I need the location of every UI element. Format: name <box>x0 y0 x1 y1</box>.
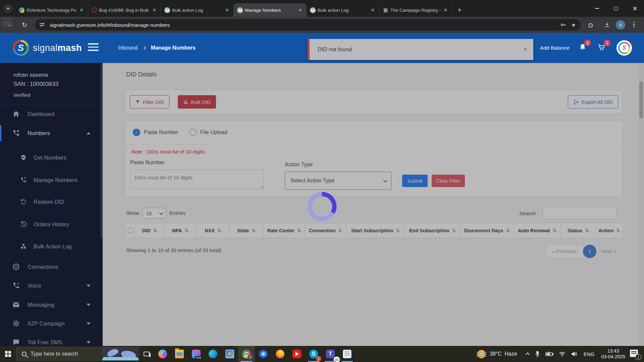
hamburger-menu-icon[interactable] <box>88 43 99 53</box>
task-view-button[interactable] <box>139 346 154 362</box>
extensions-icon[interactable] <box>586 20 596 30</box>
system-tray: 38°C Haze ENG 13:43 03-04-2025 1 <box>477 346 644 362</box>
start-button[interactable] <box>0 346 16 362</box>
browser-profile-avatar[interactable]: V <box>615 20 626 30</box>
taskbar-app-file-explorer[interactable] <box>171 346 188 362</box>
taskbar-app-m365[interactable]: M365 <box>188 346 205 362</box>
user-verified-status: Verified <box>13 93 58 98</box>
sidebar-item-manage-numbers[interactable]: Manage Numbers <box>0 172 103 188</box>
sidebar-item-a2p-campaign[interactable]: A2P Campaign <box>0 315 103 331</box>
gear-icon <box>12 319 20 327</box>
forward-button[interactable]: → <box>2 17 12 27</box>
sidebar-divider <box>0 105 103 105</box>
taskbar-clock[interactable]: 13:43 03-04-2025 <box>601 348 625 360</box>
user-san: SAN : 100003633 <box>13 81 58 87</box>
browser-tab-active[interactable]: Manage Numbers ✕ <box>234 3 307 17</box>
browser-toolbar: ← → ↻ signalmash.gventure.info/#/inbound… <box>0 17 644 33</box>
window-close-button[interactable] <box>625 0 644 17</box>
breadcrumb-current: Manage Numbers <box>151 45 196 51</box>
sidebar-item-messaging[interactable]: Messaging <box>0 297 103 313</box>
battery-tray-icon[interactable] <box>545 352 553 356</box>
url-text[interactable]: signalmash.gventure.info/#/inbound/manag… <box>50 22 555 28</box>
wave-icon <box>102 357 139 360</box>
weather-widget[interactable]: 38°C Haze <box>477 350 517 358</box>
sidebar-scrollbar[interactable] <box>101 64 102 239</box>
window-maximize-button[interactable] <box>606 0 625 17</box>
tray-expand-chevron[interactable] <box>527 353 530 356</box>
browser-tabbar: GVenture Technology Pvt. L ✕ Bug #14066:… <box>0 0 644 17</box>
home-icon <box>12 110 20 118</box>
breadcrumb-section[interactable]: Inbound <box>118 45 138 51</box>
action-center-button[interactable]: 1 <box>630 350 640 358</box>
notification-badge: 1 <box>635 354 641 360</box>
window-minimize-button[interactable] <box>588 0 606 17</box>
tab-title: The Campaign Registry - R <box>390 8 440 13</box>
taskbar-app-photos[interactable] <box>221 346 238 362</box>
cubes-icon <box>20 243 27 250</box>
sidebar-item-connections[interactable]: Connections <box>0 259 103 275</box>
photos-icon <box>225 350 234 358</box>
taskbar-search-box[interactable]: Type here to search <box>16 347 139 361</box>
reload-button[interactable]: ↻ <box>19 20 30 30</box>
notifications-bell-button[interactable]: 2 <box>578 43 587 53</box>
sidebar-item-orders-history[interactable]: Orders History <box>0 216 103 232</box>
minimize-icon <box>595 8 599 9</box>
browser-menu-kebab-icon[interactable] <box>629 20 639 30</box>
user-avatar[interactable] <box>616 40 632 56</box>
sidebar-item-voice[interactable]: Voice <box>0 278 103 294</box>
close-icon <box>633 6 637 11</box>
taskbar-app-edge[interactable] <box>205 346 221 362</box>
tab-close-icon[interactable]: ✕ <box>370 7 376 13</box>
browser-tab[interactable]: GVenture Technology Pvt. L ✕ <box>15 3 88 17</box>
address-bar[interactable]: signalmash.gventure.info/#/inbound/manag… <box>35 19 581 31</box>
new-tab-button[interactable]: + <box>455 5 464 15</box>
language-indicator[interactable]: ENG <box>584 351 595 357</box>
add-balance-button[interactable]: Add Balance <box>540 45 570 51</box>
volume-tray-icon[interactable] <box>571 351 578 357</box>
taskbar-app-copilot[interactable] <box>154 346 171 362</box>
sidebar-item-bulk-action-log[interactable]: Bulk Action Log <box>0 238 103 254</box>
loading-overlay <box>103 63 644 346</box>
downloads-icon[interactable] <box>602 20 612 30</box>
taskbar-app-hexnode[interactable] <box>255 346 272 362</box>
taskbar-app-skype[interactable]: S1 <box>305 346 322 362</box>
tab-close-icon[interactable]: ✕ <box>151 7 157 13</box>
taskbar-app-teams[interactable]: T40 <box>322 346 339 362</box>
toast-close-button[interactable]: × <box>523 46 527 53</box>
taskbar-app-youtube[interactable] <box>288 346 305 362</box>
toast-notification: DID not found. × <box>308 39 533 60</box>
taskbar-app-notepad[interactable] <box>339 346 356 362</box>
signalmash-logo-icon <box>13 40 29 56</box>
breadcrumb: Inbound Manage Numbers <box>118 33 196 63</box>
hexagon-icon <box>12 263 20 271</box>
tab-close-icon[interactable]: ✕ <box>78 7 85 13</box>
taskbar-app-chrome[interactable]: v <box>238 346 255 362</box>
sidebar-item-numbers[interactable]: Numbers <box>0 125 103 141</box>
microphone-tray-icon[interactable] <box>535 351 540 357</box>
bookmark-star-icon[interactable]: ★ <box>571 22 576 28</box>
tcr-favicon-icon <box>383 7 388 13</box>
wifi-tray-icon[interactable] <box>559 352 566 357</box>
tab-close-icon[interactable]: ✕ <box>224 7 230 13</box>
site-info-icon[interactable] <box>40 22 46 27</box>
sidebar-item-get-numbers[interactable]: Get Numbers <box>0 149 103 166</box>
phone-plus-icon <box>20 177 27 183</box>
browser-tab[interactable]: The Campaign Registry - R ✕ <box>379 3 452 17</box>
phone-icon <box>12 282 20 290</box>
sidebar-item-restore-did[interactable]: Restore DID <box>0 194 103 210</box>
tab-close-icon[interactable]: ✕ <box>297 7 303 13</box>
browser-tab[interactable]: Bulk action Log ✕ <box>161 3 234 17</box>
search-box-art <box>102 348 139 360</box>
history-icon <box>20 221 27 228</box>
browser-tab[interactable]: Bulk action Log ✕ <box>307 3 379 17</box>
browser-tab[interactable]: Bug #14066: Bug in Bulk A ✕ <box>88 3 161 17</box>
cart-button[interactable]: 1 <box>597 43 606 53</box>
password-key-icon[interactable] <box>560 21 567 28</box>
search-icon <box>22 352 26 356</box>
tab-search-button[interactable] <box>3 4 13 13</box>
brand-logo[interactable]: signalmash <box>13 40 82 56</box>
taskbar-app-firefox[interactable] <box>272 346 288 362</box>
tab-title: Bug #14066: Bug in Bulk A <box>99 8 149 13</box>
tab-close-icon[interactable]: ✕ <box>442 7 448 13</box>
sidebar-item-dashboard[interactable]: Dashboard <box>0 106 103 122</box>
